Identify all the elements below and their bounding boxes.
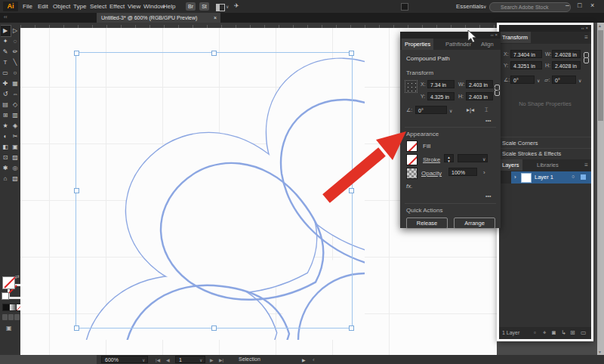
- tab-transform[interactable]: Transform: [499, 32, 531, 43]
- tool-selection[interactable]: ▶: [1, 26, 11, 36]
- first-artboard-icon[interactable]: |◀: [156, 357, 160, 362]
- tool-zoom[interactable]: ◎: [11, 163, 20, 174]
- default-fill-stroke-icon[interactable]: [2, 292, 9, 300]
- opacity-input[interactable]: 100%: [448, 168, 477, 176]
- fill-label[interactable]: Fill: [423, 143, 430, 150]
- menu-object[interactable]: Object: [53, 3, 70, 10]
- rotate-chevron-icon[interactable]: ∨: [449, 108, 452, 113]
- layer-expand-icon[interactable]: ›: [514, 174, 516, 180]
- toolbar-collapse-icon[interactable]: ‹‹: [4, 14, 8, 20]
- maximize-button[interactable]: □: [578, 2, 581, 9]
- tool-pen[interactable]: ✎: [1, 47, 11, 57]
- menu-help[interactable]: Help: [163, 3, 175, 10]
- tool-rotate-view[interactable]: ⌂: [1, 174, 11, 184]
- workspace-chevron-icon[interactable]: ∨: [483, 4, 486, 9]
- tool-curvature[interactable]: ✏: [11, 47, 20, 57]
- minimize-button[interactable]: –: [565, 2, 569, 9]
- menu-window[interactable]: Window: [143, 3, 165, 10]
- swap-fill-stroke-icon[interactable]: ⇄: [15, 274, 20, 280]
- tool-pencil[interactable]: ▦: [11, 79, 20, 89]
- screen-mode-button[interactable]: ▣: [6, 325, 12, 332]
- stroke-label[interactable]: Stroke: [423, 156, 440, 163]
- new-layer-icon[interactable]: ⊞: [570, 329, 575, 337]
- menu-file[interactable]: File: [23, 3, 32, 10]
- shear-chevron-icon[interactable]: ∨: [578, 78, 581, 83]
- tab-close-icon[interactable]: ×: [214, 13, 217, 23]
- tool-paintbrush[interactable]: ○: [11, 68, 20, 79]
- scroll-up-icon[interactable]: ▲: [598, 23, 602, 28]
- menu-effect[interactable]: Effect: [109, 3, 125, 10]
- layer-name[interactable]: Layer 1: [535, 174, 553, 180]
- menu-select[interactable]: Select: [90, 3, 106, 10]
- arrange-button[interactable]: Arrange: [454, 217, 495, 229]
- menu-type[interactable]: Type: [73, 3, 86, 10]
- layers-menu-icon[interactable]: ≡: [584, 162, 588, 168]
- handle-bottom-right[interactable]: [349, 325, 354, 331]
- x-input[interactable]: 7.34 in: [427, 80, 455, 88]
- handle-top-left[interactable]: [74, 51, 79, 56]
- tool-artboard[interactable]: ⊡: [1, 153, 11, 163]
- tab-properties[interactable]: Properties: [402, 39, 433, 50]
- gpu-performance-icon[interactable]: [401, 3, 408, 11]
- tool-hand[interactable]: ✱: [1, 163, 11, 174]
- properties-window-controls[interactable]: ‹‹ ×: [400, 32, 501, 39]
- workspace-switcher[interactable]: Essentials: [456, 3, 483, 10]
- vertical-scroll-thumb[interactable]: [598, 30, 603, 121]
- prev-artboard-icon[interactable]: ◀: [166, 357, 170, 362]
- tool-mesh[interactable]: ★: [1, 121, 11, 131]
- opacity-options-arrow[interactable]: ›: [483, 169, 485, 176]
- draw-normal-button[interactable]: [2, 314, 8, 320]
- transform-y-input[interactable]: 4.3251 in: [510, 61, 542, 69]
- tool-column-graph[interactable]: ▣: [11, 142, 20, 153]
- w-input[interactable]: 2.403 in: [466, 80, 493, 88]
- tool-rectangle[interactable]: ▭: [1, 68, 11, 79]
- opacity-label[interactable]: Opacity: [421, 170, 442, 177]
- bridge-button[interactable]: Br: [186, 2, 196, 11]
- vertical-scrollbar[interactable]: ▲ ▼: [597, 23, 604, 355]
- last-artboard-icon[interactable]: ▶|: [219, 357, 223, 362]
- layer-target-icon[interactable]: ○: [572, 174, 575, 179]
- new-sublayer-icon[interactable]: ↳: [561, 329, 566, 337]
- arrange-chevron-icon[interactable]: ∨: [226, 4, 229, 9]
- fill-color-swatch[interactable]: [2, 276, 15, 289]
- appearance-more-options[interactable]: •••: [485, 193, 491, 199]
- stock-button[interactable]: St: [199, 2, 209, 11]
- tool-lasso[interactable]: ◌: [11, 36, 20, 47]
- locate-object-icon[interactable]: ⌖: [543, 329, 547, 337]
- transform-x-input[interactable]: 7.3404 in: [510, 50, 542, 58]
- tool-perspective-grid[interactable]: ▥: [11, 110, 20, 121]
- tool-gradient[interactable]: ◈: [11, 121, 20, 131]
- panel-menu-icon[interactable]: ≡: [584, 34, 588, 41]
- reference-point-locator[interactable]: [405, 80, 418, 93]
- visibility-column[interactable]: [499, 171, 511, 184]
- shear-select[interactable]: 0°: [552, 76, 576, 84]
- tab-libraries[interactable]: Libraries: [534, 159, 562, 171]
- selection-bounding-box[interactable]: [76, 52, 353, 329]
- zoom-chevron-icon[interactable]: ∨: [142, 357, 145, 362]
- tab-layers[interactable]: Layers: [499, 159, 522, 171]
- menu-edit[interactable]: Edit: [38, 3, 48, 10]
- tab-align[interactable]: Align: [478, 39, 497, 50]
- arrange-documents-icon[interactable]: [216, 4, 225, 11]
- artboard-chevron-icon[interactable]: ∨: [199, 357, 202, 362]
- close-button[interactable]: ×: [590, 2, 594, 9]
- handle-top-right[interactable]: [349, 51, 354, 56]
- tool-scale[interactable]: ⇔: [11, 89, 20, 100]
- tool-line-segment[interactable]: ╲: [11, 57, 20, 68]
- transform-more-options[interactable]: •••: [485, 118, 491, 123]
- handle-bottom-left[interactable]: [74, 325, 79, 331]
- tool-blend[interactable]: ✂: [11, 131, 20, 142]
- constrain-proportions-icon[interactable]: [584, 52, 589, 63]
- scroll-down-icon[interactable]: ▼: [598, 350, 602, 354]
- transform-h-input[interactable]: 2.4028 in: [552, 61, 581, 69]
- scale-corners-row[interactable]: Scale Corners: [502, 140, 538, 147]
- tool-eyedropper[interactable]: ◐: [1, 131, 11, 142]
- search-input[interactable]: Search Adobe Stock: [489, 2, 571, 12]
- tool-slice[interactable]: ▨: [11, 153, 20, 163]
- stroke-swatch[interactable]: [406, 154, 418, 165]
- tool-shape-builder[interactable]: ⊞: [1, 110, 11, 121]
- fill-swatch[interactable]: [406, 140, 418, 152]
- opacity-swatch[interactable]: [406, 168, 418, 179]
- tool-print-tiling[interactable]: ▧: [11, 174, 20, 184]
- flip-horizontal-icon[interactable]: ▸|◂: [467, 106, 474, 113]
